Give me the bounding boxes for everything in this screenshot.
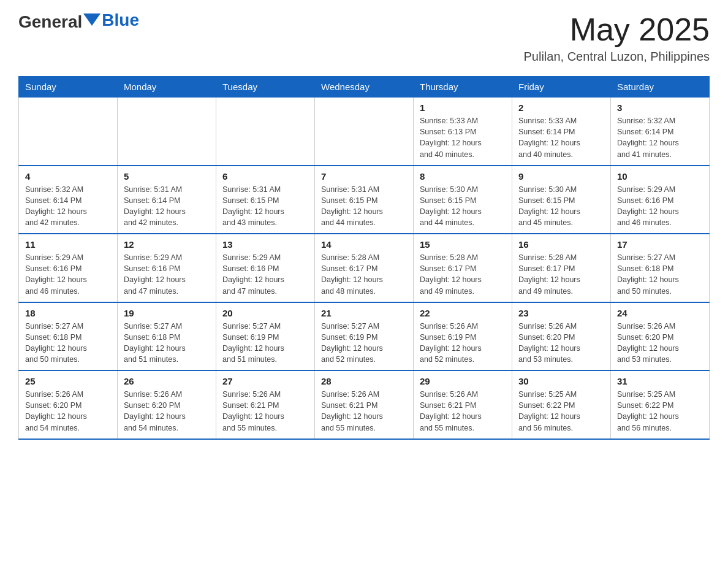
day-info: Sunrise: 5:26 AM Sunset: 6:20 PM Dayligh… — [25, 389, 111, 434]
calendar-cell: 8Sunrise: 5:30 AM Sunset: 6:15 PM Daylig… — [414, 166, 512, 234]
day-info: Sunrise: 5:26 AM Sunset: 6:20 PM Dayligh… — [617, 321, 703, 366]
day-number: 13 — [222, 239, 308, 250]
day-info: Sunrise: 5:29 AM Sunset: 6:16 PM Dayligh… — [124, 252, 210, 297]
calendar-cell: 26Sunrise: 5:26 AM Sunset: 6:20 PM Dayli… — [118, 370, 216, 439]
day-info: Sunrise: 5:29 AM Sunset: 6:16 PM Dayligh… — [25, 252, 111, 297]
calendar-cell: 1Sunrise: 5:33 AM Sunset: 6:13 PM Daylig… — [414, 98, 512, 166]
calendar-cell: 21Sunrise: 5:27 AM Sunset: 6:19 PM Dayli… — [315, 302, 414, 371]
day-info: Sunrise: 5:29 AM Sunset: 6:16 PM Dayligh… — [222, 252, 308, 297]
calendar-cell: 16Sunrise: 5:28 AM Sunset: 6:17 PM Dayli… — [512, 234, 611, 302]
week-row-4: 18Sunrise: 5:27 AM Sunset: 6:18 PM Dayli… — [19, 302, 710, 371]
day-info: Sunrise: 5:31 AM Sunset: 6:15 PM Dayligh… — [222, 184, 308, 229]
logo-general-text: General — [18, 12, 82, 32]
day-info: Sunrise: 5:32 AM Sunset: 6:14 PM Dayligh… — [617, 115, 703, 160]
calendar-cell: 23Sunrise: 5:26 AM Sunset: 6:20 PM Dayli… — [512, 302, 611, 371]
day-info: Sunrise: 5:28 AM Sunset: 6:17 PM Dayligh… — [321, 252, 407, 297]
week-row-2: 4Sunrise: 5:32 AM Sunset: 6:14 PM Daylig… — [19, 166, 710, 234]
day-number: 27 — [222, 376, 308, 386]
day-info: Sunrise: 5:27 AM Sunset: 6:18 PM Dayligh… — [617, 252, 703, 297]
calendar-cell: 13Sunrise: 5:29 AM Sunset: 6:16 PM Dayli… — [216, 234, 315, 302]
day-number: 11 — [25, 239, 111, 250]
weekday-header-thursday: Thursday — [414, 77, 512, 98]
day-number: 15 — [420, 239, 506, 250]
day-number: 14 — [321, 239, 407, 250]
day-info: Sunrise: 5:31 AM Sunset: 6:14 PM Dayligh… — [124, 184, 210, 229]
calendar-cell: 9Sunrise: 5:30 AM Sunset: 6:15 PM Daylig… — [512, 166, 611, 234]
calendar-cell: 7Sunrise: 5:31 AM Sunset: 6:15 PM Daylig… — [315, 166, 414, 234]
calendar-cell: 12Sunrise: 5:29 AM Sunset: 6:16 PM Dayli… — [118, 234, 216, 302]
logo-triangle-icon — [83, 13, 100, 26]
calendar-cell: 19Sunrise: 5:27 AM Sunset: 6:18 PM Dayli… — [118, 302, 216, 371]
day-number: 8 — [420, 171, 506, 182]
weekday-header-friday: Friday — [512, 77, 611, 98]
calendar-cell: 30Sunrise: 5:25 AM Sunset: 6:22 PM Dayli… — [512, 370, 611, 439]
day-number: 6 — [222, 171, 308, 182]
calendar-cell — [216, 98, 315, 166]
calendar-cell: 29Sunrise: 5:26 AM Sunset: 6:21 PM Dayli… — [414, 370, 512, 439]
calendar-cell: 28Sunrise: 5:26 AM Sunset: 6:21 PM Dayli… — [315, 370, 414, 439]
day-info: Sunrise: 5:28 AM Sunset: 6:17 PM Dayligh… — [420, 252, 506, 297]
day-number: 26 — [124, 376, 210, 386]
calendar-cell: 31Sunrise: 5:25 AM Sunset: 6:22 PM Dayli… — [611, 370, 710, 439]
page-header: General Blue May 2025 Pulilan, Central L… — [18, 12, 710, 64]
calendar-cell: 6Sunrise: 5:31 AM Sunset: 6:15 PM Daylig… — [216, 166, 315, 234]
week-row-3: 11Sunrise: 5:29 AM Sunset: 6:16 PM Dayli… — [19, 234, 710, 302]
calendar-cell: 5Sunrise: 5:31 AM Sunset: 6:14 PM Daylig… — [118, 166, 216, 234]
location-title: Pulilan, Central Luzon, Philippines — [523, 50, 710, 64]
day-number: 9 — [518, 171, 604, 182]
calendar-cell: 4Sunrise: 5:32 AM Sunset: 6:14 PM Daylig… — [19, 166, 118, 234]
day-info: Sunrise: 5:27 AM Sunset: 6:19 PM Dayligh… — [321, 321, 407, 366]
calendar-cell: 11Sunrise: 5:29 AM Sunset: 6:16 PM Dayli… — [19, 234, 118, 302]
calendar-cell — [315, 98, 414, 166]
weekday-header-wednesday: Wednesday — [315, 77, 414, 98]
calendar-cell: 27Sunrise: 5:26 AM Sunset: 6:21 PM Dayli… — [216, 370, 315, 439]
calendar-cell — [19, 98, 118, 166]
logo-blue-text: Blue — [100, 10, 139, 30]
day-info: Sunrise: 5:33 AM Sunset: 6:13 PM Dayligh… — [420, 115, 506, 160]
day-info: Sunrise: 5:26 AM Sunset: 6:20 PM Dayligh… — [518, 321, 604, 366]
day-info: Sunrise: 5:25 AM Sunset: 6:22 PM Dayligh… — [518, 389, 604, 434]
calendar-cell: 10Sunrise: 5:29 AM Sunset: 6:16 PM Dayli… — [611, 166, 710, 234]
day-number: 3 — [617, 102, 703, 113]
day-number: 1 — [420, 102, 506, 113]
day-number: 4 — [25, 171, 111, 182]
weekday-header-tuesday: Tuesday — [216, 77, 315, 98]
day-number: 31 — [617, 376, 703, 386]
calendar-cell: 24Sunrise: 5:26 AM Sunset: 6:20 PM Dayli… — [611, 302, 710, 371]
day-number: 30 — [518, 376, 604, 386]
day-info: Sunrise: 5:31 AM Sunset: 6:15 PM Dayligh… — [321, 184, 407, 229]
calendar-header: SundayMondayTuesdayWednesdayThursdayFrid… — [19, 77, 710, 98]
day-info: Sunrise: 5:28 AM Sunset: 6:17 PM Dayligh… — [518, 252, 604, 297]
day-info: Sunrise: 5:30 AM Sunset: 6:15 PM Dayligh… — [518, 184, 604, 229]
day-number: 28 — [321, 376, 407, 386]
weekday-header-sunday: Sunday — [19, 77, 118, 98]
weekday-header-saturday: Saturday — [611, 77, 710, 98]
calendar-cell: 25Sunrise: 5:26 AM Sunset: 6:20 PM Dayli… — [19, 370, 118, 439]
day-info: Sunrise: 5:26 AM Sunset: 6:20 PM Dayligh… — [124, 389, 210, 434]
day-info: Sunrise: 5:32 AM Sunset: 6:14 PM Dayligh… — [25, 184, 111, 229]
day-info: Sunrise: 5:29 AM Sunset: 6:16 PM Dayligh… — [617, 184, 703, 229]
day-info: Sunrise: 5:25 AM Sunset: 6:22 PM Dayligh… — [617, 389, 703, 434]
day-number: 12 — [124, 239, 210, 250]
day-info: Sunrise: 5:27 AM Sunset: 6:19 PM Dayligh… — [222, 321, 308, 366]
day-info: Sunrise: 5:26 AM Sunset: 6:21 PM Dayligh… — [222, 389, 308, 434]
title-block: May 2025 Pulilan, Central Luzon, Philipp… — [523, 12, 710, 64]
day-number: 17 — [617, 239, 703, 250]
calendar-table: SundayMondayTuesdayWednesdayThursdayFrid… — [18, 76, 710, 440]
day-number: 10 — [617, 171, 703, 182]
calendar-cell: 2Sunrise: 5:33 AM Sunset: 6:14 PM Daylig… — [512, 98, 611, 166]
day-number: 18 — [25, 308, 111, 318]
logo: General Blue — [18, 12, 139, 32]
calendar-cell: 20Sunrise: 5:27 AM Sunset: 6:19 PM Dayli… — [216, 302, 315, 371]
day-info: Sunrise: 5:26 AM Sunset: 6:21 PM Dayligh… — [321, 389, 407, 434]
calendar-cell: 3Sunrise: 5:32 AM Sunset: 6:14 PM Daylig… — [611, 98, 710, 166]
day-info: Sunrise: 5:27 AM Sunset: 6:18 PM Dayligh… — [124, 321, 210, 366]
calendar-body: 1Sunrise: 5:33 AM Sunset: 6:13 PM Daylig… — [19, 98, 710, 439]
day-number: 7 — [321, 171, 407, 182]
weekday-header-monday: Monday — [118, 77, 216, 98]
calendar-cell: 15Sunrise: 5:28 AM Sunset: 6:17 PM Dayli… — [414, 234, 512, 302]
day-number: 21 — [321, 308, 407, 318]
day-number: 16 — [518, 239, 604, 250]
calendar-cell: 22Sunrise: 5:26 AM Sunset: 6:19 PM Dayli… — [414, 302, 512, 371]
day-number: 20 — [222, 308, 308, 318]
